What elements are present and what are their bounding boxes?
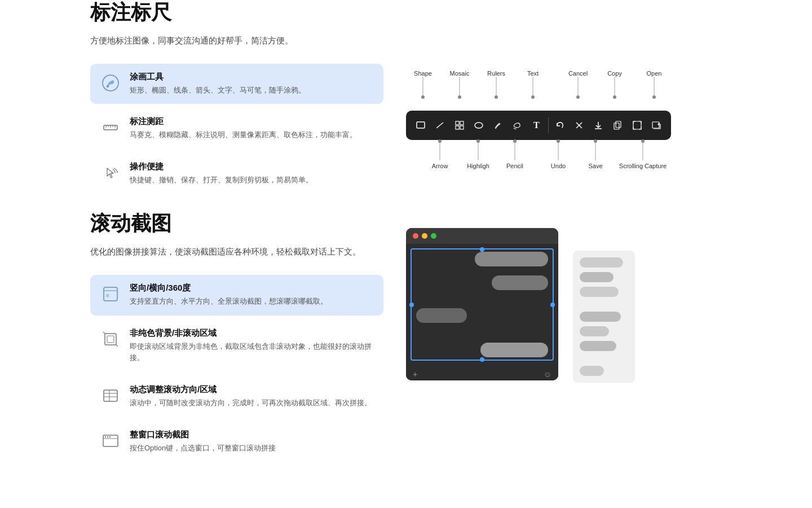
window-titlebar bbox=[406, 228, 558, 244]
svg-point-61 bbox=[641, 139, 645, 143]
feature-background-desc: 即使滚动区域背景为非纯色，截取区域包含非滚动对象，也能很好的滚动拼接。 bbox=[130, 341, 373, 365]
toolbar-rect-btn[interactable] bbox=[412, 115, 430, 135]
toolbar-text-btn[interactable]: T bbox=[527, 115, 545, 135]
svg-text:Scrolling Capture: Scrolling Capture bbox=[619, 163, 667, 169]
dot-red bbox=[413, 233, 418, 239]
feature-direction-title: 竖向/横向/360度 bbox=[130, 283, 328, 294]
toolbar-bottom-labels-svg: Arrow Highligh Pencil Undo Save bbox=[406, 138, 671, 183]
toolbar-pencil-btn[interactable] bbox=[489, 115, 507, 135]
toolbar-line-btn[interactable] bbox=[431, 115, 449, 135]
toolbar-oval-btn[interactable] bbox=[470, 115, 488, 135]
svg-text:Open: Open bbox=[647, 70, 662, 77]
section1-desc: 方便地标注图像，同事交流沟通的好帮手，简洁方便。 bbox=[90, 33, 383, 48]
feature-background-content: 非纯色背景/非滚动区域 即使滚动区域背景为非纯色，截取区域包含非滚动对象，也能很… bbox=[130, 328, 373, 365]
toolbar-cancel-btn[interactable] bbox=[570, 115, 588, 135]
feature-fullwindow[interactable]: 整窗口滚动截图 按住Option键，点选窗口，可整窗口滚动拼接 bbox=[90, 422, 383, 462]
svg-line-70 bbox=[116, 345, 118, 347]
section1-title: 标注标尺 bbox=[90, 0, 383, 24]
toolbar-mosaic-btn[interactable] bbox=[451, 115, 469, 135]
feature-measure[interactable]: 标注测距 马赛克、模糊隐藏、标注说明、测量像素距离、取色标注，功能丰富。 bbox=[90, 108, 383, 149]
section2-desc: 优化的图像拼接算法，使滚动截图适应各种环境，轻松截取对话上下文。 bbox=[90, 244, 383, 259]
toolbar-illustration: Shape Mosaic Rulers Text Cancel bbox=[406, 68, 722, 183]
crop-icon bbox=[100, 329, 121, 349]
feature-convenience[interactable]: 操作便捷 快捷键、撤销、保存、打开、复制到剪切板，简易简单。 bbox=[90, 154, 383, 194]
cursor-icon bbox=[100, 163, 121, 183]
panel-bar-2 bbox=[580, 272, 614, 282]
feature-dynamic[interactable]: 动态调整滚动方向/区域 滚动中，可随时改变滚动方向，完成时，可再次拖动截取区域、… bbox=[90, 376, 383, 417]
svg-point-49 bbox=[476, 139, 480, 143]
toolbar-save-btn[interactable] bbox=[589, 115, 607, 135]
panel-bar-6 bbox=[580, 341, 616, 351]
paint-icon bbox=[100, 73, 121, 93]
section2-feature-list: ≡ 竖向/横向/360度 支持竖直方向、水平方向、全景滚动截图，想滚哪滚哪截取。 bbox=[90, 275, 383, 462]
chat-bubble-3 bbox=[416, 308, 467, 323]
svg-point-25 bbox=[613, 95, 616, 99]
feature-convenience-content: 操作便捷 快捷键、撤销、保存、打开、复制到剪切板，简易简单。 bbox=[130, 161, 313, 186]
svg-point-52 bbox=[513, 139, 517, 143]
feature-convenience-title: 操作便捷 bbox=[130, 161, 313, 172]
svg-point-55 bbox=[557, 139, 560, 143]
feature-direction-content: 竖向/横向/360度 支持竖直方向、水平方向、全景滚动截图，想滚哪滚哪截取。 bbox=[130, 283, 328, 308]
toolbar-highlight-btn[interactable] bbox=[508, 115, 526, 135]
svg-text:Arrow: Arrow bbox=[432, 163, 448, 169]
svg-point-19 bbox=[531, 95, 535, 99]
chat-spacer2 bbox=[412, 330, 553, 336]
feature-convenience-desc: 快捷键、撤销、保存、打开、复制到剪切板，简易简单。 bbox=[130, 174, 313, 186]
svg-rect-33 bbox=[456, 126, 459, 129]
feature-direction-desc: 支持竖直方向、水平方向、全景滚动截图，想滚哪滚哪截取。 bbox=[130, 296, 328, 308]
scroll-panel-right bbox=[573, 251, 635, 383]
smiley-icon: ☺ bbox=[544, 370, 551, 379]
svg-rect-71 bbox=[104, 390, 117, 401]
chat-row-2 bbox=[412, 273, 553, 292]
svg-text:Mosaic: Mosaic bbox=[450, 70, 470, 77]
section2-right: + ☺ bbox=[406, 211, 722, 462]
svg-point-46 bbox=[438, 139, 442, 143]
svg-line-30 bbox=[436, 122, 443, 128]
feature-fullwindow-content: 整窗口滚动截图 按住Option键，点选窗口，可整窗口滚动拼接 bbox=[130, 430, 276, 454]
toolbar-open-btn[interactable] bbox=[647, 115, 665, 135]
feature-paint-desc: 矩形、椭圆、线条、箭头、文字、马可笔，随手涂鸦。 bbox=[130, 85, 306, 97]
feature-paint-content: 涂画工具 矩形、椭圆、线条、箭头、文字、马可笔，随手涂鸦。 bbox=[130, 72, 306, 97]
section1-right: Shape Mosaic Rulers Text Cancel bbox=[406, 0, 722, 194]
svg-text:Shape: Shape bbox=[414, 70, 432, 77]
svg-rect-44 bbox=[652, 122, 659, 128]
svg-line-36 bbox=[514, 128, 516, 129]
section2-left: 滚动截图 优化的图像拼接算法，使滚动截图适应各种环境，轻松截取对话上下文。 ≡ … bbox=[90, 211, 406, 462]
svg-text:Pencil: Pencil bbox=[506, 163, 523, 169]
svg-rect-41 bbox=[616, 121, 621, 128]
svg-point-1 bbox=[107, 85, 109, 87]
panel-bar-7 bbox=[580, 366, 604, 376]
svg-rect-43 bbox=[633, 121, 641, 129]
ruler-icon bbox=[100, 117, 121, 138]
toolbar-sep1 bbox=[548, 117, 549, 133]
panel-bar-1 bbox=[580, 257, 623, 268]
chat-row-3 bbox=[412, 306, 553, 325]
feature-background[interactable]: 非纯色背景/非滚动区域 即使滚动区域背景为非纯色，截取区域包含非滚动对象，也能很… bbox=[90, 320, 383, 373]
toolbar-undo-btn[interactable] bbox=[551, 115, 569, 135]
section1-left: 标注标尺 方便地标注图像，同事交流沟通的好帮手，简洁方便。 涂画工具 矩形、椭圆… bbox=[90, 0, 406, 194]
feature-paint-tool[interactable]: 涂画工具 矩形、椭圆、线条、箭头、文字、马可笔，随手涂鸦。 bbox=[90, 64, 383, 104]
svg-point-77 bbox=[105, 436, 106, 437]
toolbar-copy-btn[interactable] bbox=[608, 115, 626, 135]
svg-point-35 bbox=[475, 122, 483, 128]
svg-rect-42 bbox=[614, 123, 619, 129]
svg-text:Copy: Copy bbox=[607, 70, 622, 77]
chat-bubble-1 bbox=[475, 252, 548, 266]
svg-point-13 bbox=[458, 95, 461, 99]
svg-text:Undo: Undo bbox=[551, 163, 566, 169]
svg-rect-34 bbox=[460, 126, 464, 129]
dot-green bbox=[431, 233, 436, 239]
panel-bar-3 bbox=[580, 287, 619, 297]
svg-point-10 bbox=[421, 95, 425, 99]
dot-yellow bbox=[422, 233, 427, 239]
toolbar-expand-btn[interactable] bbox=[628, 115, 646, 135]
scroll-adjust-icon bbox=[100, 386, 121, 406]
feature-measure-desc: 马赛克、模糊隐藏、标注说明、测量像素距离、取色标注，功能丰富。 bbox=[130, 129, 357, 141]
feature-direction[interactable]: ≡ 竖向/横向/360度 支持竖直方向、水平方向、全景滚动截图，想滚哪滚哪截取。 bbox=[90, 275, 383, 316]
panel-spacer bbox=[580, 301, 628, 307]
svg-rect-29 bbox=[417, 122, 425, 128]
window-bottom-toolbar: + ☺ bbox=[406, 365, 558, 380]
add-icon: + bbox=[413, 370, 417, 379]
svg-point-28 bbox=[652, 95, 656, 99]
svg-line-69 bbox=[103, 332, 105, 334]
